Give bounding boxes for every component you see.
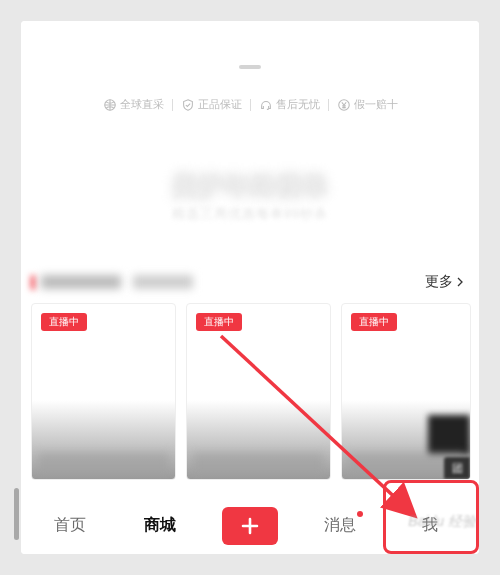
blurred-text [133,275,193,289]
app-screen: 全球直采 正品保证 售后无忧 假一赔十 美护年终榜单 精选三周优惠每单99秒杀 [21,21,479,554]
shield-icon [181,98,195,112]
tab-home[interactable]: 首页 [25,499,115,552]
tab-label: 商城 [144,515,176,536]
separator [250,99,251,111]
separator [172,99,173,111]
carousel-indicator [239,65,261,69]
plus-icon [239,515,261,537]
hero-title: 美护年终榜单 [21,169,479,204]
guarantee-label: 售后无忧 [276,97,320,112]
hero-banner[interactable]: 全球直采 正品保证 售后无忧 假一赔十 美护年终榜单 精选三周优惠每单99秒杀 [21,21,479,269]
live-card[interactable]: 直播中 团 [341,303,471,480]
tab-messages[interactable]: 消息 [295,499,385,552]
blurred-text [41,275,121,289]
page-edge-hint [14,488,19,540]
guarantee-label: 全球直采 [120,97,164,112]
blurred-caption [193,453,324,475]
yen-icon [337,98,351,112]
separator [328,99,329,111]
more-button[interactable]: 更多 [425,273,465,291]
headset-icon [259,98,273,112]
live-card-row[interactable]: 直播中 直播中 直播中 团 [21,295,479,494]
tab-label: 消息 [324,515,356,536]
chevron-right-icon [455,274,465,290]
tab-mall[interactable]: 商城 [115,499,205,552]
guarantee-label: 假一赔十 [354,97,398,112]
guarantee-row: 全球直采 正品保证 售后无忧 假一赔十 [21,97,479,112]
tab-label: 我 [422,515,438,536]
live-badge: 直播中 [351,313,397,331]
section-header: 更多 [21,269,479,295]
live-card[interactable]: 直播中 [186,303,331,480]
guarantee-item: 假一赔十 [337,97,398,112]
blurred-thumbnail [428,415,470,455]
more-label: 更多 [425,273,453,291]
tab-me[interactable]: 我 [385,499,475,552]
bottom-tabbar: 首页 商城 消息 我 [21,499,479,554]
guarantee-item: 全球直采 [103,97,164,112]
live-badge: 直播中 [41,313,87,331]
section-title-blurred [31,273,193,291]
globe-icon [103,98,117,112]
tab-create[interactable] [205,499,295,552]
blurred-caption [38,453,169,475]
live-card[interactable]: 直播中 [31,303,176,480]
plus-button[interactable] [222,507,278,545]
accent-bar [31,275,35,290]
tab-label: 首页 [54,515,86,536]
notification-dot-icon [357,511,363,517]
guarantee-label: 正品保证 [198,97,242,112]
live-badge: 直播中 [196,313,242,331]
guarantee-item: 正品保证 [181,97,242,112]
hero-subtitle: 精选三周优惠每单99秒杀 [21,205,479,223]
guarantee-item: 售后无忧 [259,97,320,112]
group-badge: 团 [444,457,470,479]
